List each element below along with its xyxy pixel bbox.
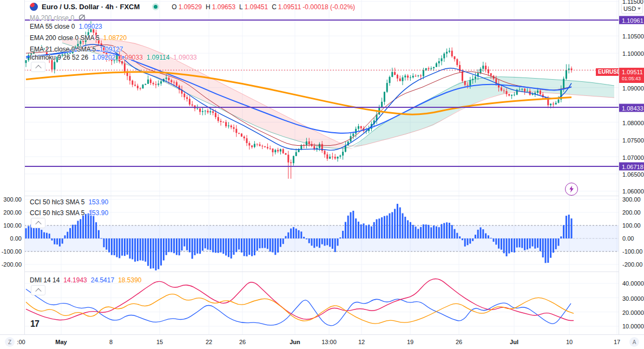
price-axis-label: 1.07500 (622, 137, 644, 144)
bar-countdown: 01:05:43 (622, 75, 644, 82)
price-axis-label: 200.00 (622, 209, 641, 216)
price-axis-label: 1.07000 (622, 154, 644, 161)
ohlc-readout: O 1.09529 H 1.09653 L 1.09451 C 1.09511 … (172, 3, 355, 11)
tradingview-logo-icon[interactable]: 17 (30, 319, 39, 329)
price-axis-label: 1.06500 (622, 171, 644, 178)
currency-label: USD (623, 5, 636, 12)
indicator-axis-label: 300.00 (3, 196, 22, 203)
chart-header: Euro / U.S. Dollar · 4h · FXCM O 1.09529… (30, 3, 355, 11)
lightning-icon (568, 185, 575, 193)
time-axis-label: 10 (566, 339, 573, 345)
legend-ma200-label: MA 200 close 0 (30, 14, 74, 22)
chevron-up-icon (35, 288, 41, 294)
price-axis-label: 1.11500 (622, 0, 643, 5)
time-axis-label: 12 (358, 339, 365, 345)
low-label: L (239, 3, 243, 11)
legend-value: 153.90 (88, 198, 108, 206)
legend-ema21[interactable]: EMA 21 close 0 SMA 5 1.09127 (30, 46, 123, 53)
legend-label: Ichimoku 9 26 52 26 (30, 54, 88, 61)
legend-cci-2[interactable]: CCI 50 hlc3 SMA 5 153.90 (30, 209, 108, 217)
market-status-dot[interactable] (154, 5, 157, 9)
flash-alert-button[interactable] (565, 183, 578, 196)
indicator-axis-label: -200.00 (2, 261, 22, 268)
price-axis-label: 1.08000 (622, 120, 644, 126)
price-axis-label: 30.0000 (622, 295, 644, 302)
time-axis-label: 22 (206, 339, 212, 345)
price-axis-label: 1.10000 (622, 50, 644, 57)
timezone-button[interactable]: Z (5, 337, 15, 347)
price-axis-label: 1.10500 (622, 33, 644, 40)
symbol-icon (30, 3, 38, 11)
price-level-badge: 1.08433 (619, 104, 644, 112)
adjust-button[interactable]: A (629, 337, 639, 347)
legend-cci-1[interactable]: CCI 50 hlc3 SMA 5 153.90 (30, 198, 108, 206)
time-axis-label: 26 (456, 339, 462, 345)
change-value: -0.00018 (-0.02%) (303, 3, 355, 11)
collapse-cci-legend-button[interactable] (31, 218, 45, 228)
time-axis-label: 26 (239, 339, 246, 345)
legend-value: 1.09202 (92, 54, 115, 61)
indicator-axis-label: 100.00 (3, 222, 22, 229)
pane-separator[interactable] (0, 196, 644, 196)
last-price-badge: 1.09511 01:05:43 (619, 68, 644, 83)
legend-value: 1.09023 (78, 23, 102, 30)
trading-chart-app: Euro / U.S. Dollar · 4h · FXCM O 1.09529… (0, 0, 644, 349)
right-price-axis[interactable]: USD 1.09511 01:05:43 1.115001.105001.100… (619, 0, 644, 334)
left-price-axis[interactable]: 300.00200.00100.000.00-100.00-200.00 (0, 0, 25, 334)
close-value: 1.09511 (278, 3, 301, 11)
legend-label: EMA 200 close 0 SMA 5 (30, 34, 100, 42)
pane-separator[interactable] (0, 272, 644, 272)
time-axis-label: 19 (407, 339, 413, 345)
time-axis-label: 17 (614, 339, 620, 345)
legend-ma200[interactable]: MA 200 close 0 (30, 14, 86, 22)
price-level-badge: 1.10961 (619, 16, 644, 24)
indicator-axis-label: 0.00 (10, 235, 22, 242)
legend-value: 1.09114 (147, 54, 170, 61)
chevron-up-icon (35, 64, 41, 70)
low-value: 1.09451 (245, 3, 268, 11)
time-axis-label: Jul (510, 339, 518, 345)
legend-value: 1.09033 (173, 54, 196, 61)
collapse-dmi-legend-button[interactable] (31, 285, 45, 295)
time-axis-label: May (55, 339, 67, 345)
time-axis-label: :00 (17, 339, 25, 345)
price-axis-label: 40.0000 (622, 280, 644, 287)
time-axis-label: 15 (156, 339, 163, 345)
legend-label: EMA 21 close 0 SMA 5 (30, 46, 96, 53)
legend-label: EMA 55 close 0 (30, 23, 75, 30)
chevron-up-icon (35, 221, 41, 227)
legend-label: CCI 50 hlc3 SMA 5 (30, 209, 84, 217)
price-axis-label: 20.0000 (622, 309, 644, 316)
indicator-axis-label: 200.00 (3, 209, 22, 216)
price-axis-label: 10.0000 (622, 323, 644, 329)
open-label: O (172, 3, 176, 11)
price-axis-label: 1.09000 (622, 85, 644, 92)
price-axis-label: 100.00 (622, 222, 641, 229)
legend-value: 1.09127 (100, 46, 123, 53)
time-axis-label: 8 (109, 339, 113, 345)
price-level-badge: 1.06718 (619, 163, 644, 171)
legend-ichimoku[interactable]: Ichimoku 9 26 52 26 1.09202 1.09033 1.09… (30, 54, 197, 61)
eye-slash-icon[interactable] (78, 14, 86, 22)
close-label: C (272, 3, 277, 11)
legend-value: 1.08720 (103, 34, 127, 42)
indicator-axis-label: -100.00 (2, 248, 22, 255)
open-value: 1.09529 (179, 3, 202, 11)
time-axis[interactable]: Z A :00May8152226Jun13:00121926Jul1017 (0, 334, 644, 349)
price-axis-label: 300.00 (622, 196, 641, 203)
legend-value: 153.90 (88, 209, 108, 217)
legend-label: CCI 50 hlc3 SMA 5 (30, 198, 84, 206)
last-price-value: 1.09511 (622, 69, 644, 75)
legend-dmi[interactable]: DMI 14 14 14.1943 24.5417 18.5390 (30, 276, 142, 284)
price-axis-label: -100.00 (622, 248, 642, 255)
legend-ema200[interactable]: EMA 200 close 0 SMA 5 1.08720 (30, 34, 127, 42)
price-axis-label: 1.06000 (622, 188, 644, 195)
price-axis-label: -200.00 (622, 261, 642, 268)
legend-value: 18.5390 (118, 276, 141, 284)
collapse-main-legend-button[interactable] (31, 62, 45, 72)
legend-ema55[interactable]: EMA 55 close 0 1.09023 (30, 23, 102, 30)
legend-label: DMI 14 14 (30, 276, 60, 284)
legend-value: 14.1943 (63, 276, 87, 284)
legend-value: 1.09033 (119, 54, 142, 61)
symbol-title[interactable]: Euro / U.S. Dollar · 4h · FXCM (42, 3, 140, 11)
